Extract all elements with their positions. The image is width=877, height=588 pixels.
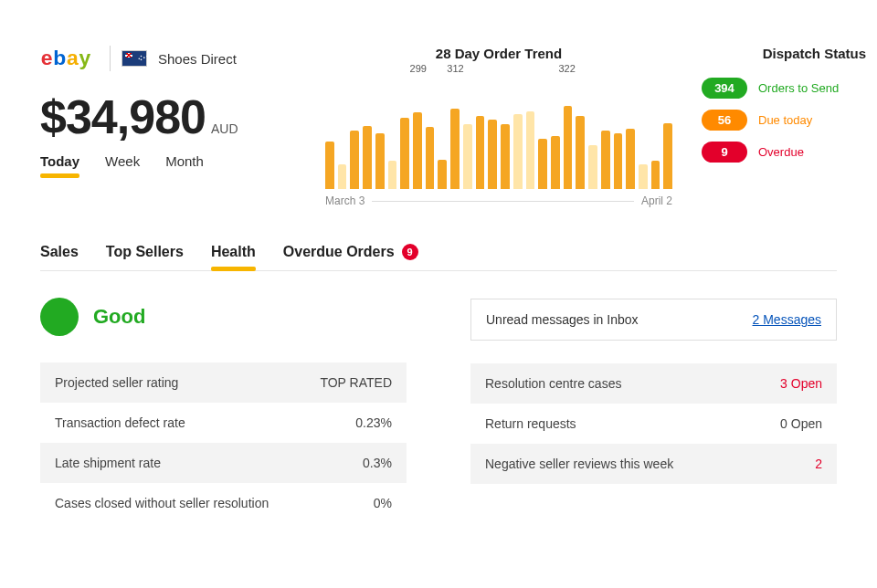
- chart-title: 28 Day Order Trend: [325, 46, 672, 61]
- chart-bar-label: 299: [410, 63, 427, 74]
- metric-label: Negative seller reviews this week: [485, 457, 673, 471]
- chart-axis-line: [372, 201, 634, 202]
- tab-top-sellers[interactable]: Top Sellers: [106, 244, 184, 270]
- metric-row: Return requests0 Open: [470, 404, 837, 444]
- chart-bar: [338, 164, 347, 189]
- tab-label: Overdue Orders: [283, 244, 395, 260]
- dispatch-row-label: Orders to Send: [758, 81, 839, 95]
- chart-bar: [438, 160, 447, 189]
- chart-bar: [426, 127, 435, 189]
- tab-label: Sales: [40, 244, 79, 259]
- metric-row: Projected seller ratingTOP RATED: [40, 362, 407, 403]
- dispatch-row-orange[interactable]: 56Due today: [702, 110, 866, 131]
- main-tabs: SalesTop SellersHealthOverdue Orders9: [40, 244, 837, 271]
- chart-bar: [526, 111, 535, 189]
- svg-text:y: y: [79, 47, 90, 69]
- metric-value: 3 Open: [780, 376, 822, 391]
- metric-row: Transaction defect rate0.23%: [40, 403, 407, 443]
- order-trend-chart: [325, 101, 672, 189]
- chart-x-end: April 2: [641, 194, 672, 207]
- tab-sales[interactable]: Sales: [40, 244, 79, 270]
- chart-bar: [538, 139, 547, 189]
- dispatch-row-green[interactable]: 394Orders to Send: [702, 78, 866, 99]
- dispatch-count-badge: 9: [702, 142, 747, 163]
- brand-separator: [110, 46, 111, 71]
- period-tab-week[interactable]: Week: [105, 153, 140, 176]
- chart-bar: [375, 133, 385, 189]
- tab-overdue-orders[interactable]: Overdue Orders9: [283, 244, 418, 270]
- metric-label: Transaction defect rate: [55, 415, 185, 430]
- chart-bar: [576, 116, 585, 189]
- store-name: Shoes Direct: [158, 51, 237, 67]
- chart-x-start: March 3: [325, 194, 365, 207]
- sales-currency: AUD: [211, 121, 238, 136]
- chart-bar: [626, 129, 635, 189]
- metric-value: 0 Open: [780, 416, 822, 431]
- metric-label: Cases closed without seller resolution: [55, 496, 269, 510]
- chart-bar: [614, 133, 623, 189]
- chart-bar: [601, 131, 610, 189]
- chart-bar: [325, 142, 334, 189]
- chart-bar: [350, 131, 359, 189]
- metric-value: TOP RATED: [320, 375, 392, 390]
- tab-label: Health: [211, 244, 256, 259]
- health-status-icon: [40, 298, 79, 336]
- flag-au-icon: [122, 50, 147, 67]
- chart-bar: [488, 120, 497, 189]
- inbox-messages-link[interactable]: 2 Messages: [753, 312, 821, 327]
- chart-bar: [651, 161, 660, 189]
- period-tab-month[interactable]: Month: [165, 153, 204, 176]
- chart-bar: [663, 123, 672, 189]
- chart-bar: [413, 112, 422, 189]
- chart-bar: [564, 106, 573, 189]
- tab-label: Top Sellers: [106, 244, 184, 259]
- metric-row: Cases closed without seller resolution0%: [40, 483, 407, 523]
- overdue-badge: 9: [402, 244, 418, 260]
- chart-bar: [363, 126, 372, 189]
- metric-value: 0%: [374, 496, 392, 510]
- chart-bar: [463, 124, 472, 189]
- period-tabs: TodayWeekMonth: [40, 153, 296, 176]
- sales-amount: $34,980: [40, 89, 206, 144]
- metric-label: Return requests: [485, 416, 576, 431]
- svg-text:e: e: [41, 47, 53, 69]
- metric-row: Late shipment rate0.3%: [40, 443, 407, 483]
- metric-row: Resolution centre cases3 Open: [470, 363, 837, 404]
- ebay-logo-icon: e b a y: [40, 47, 99, 70]
- chart-bar: [639, 164, 648, 189]
- svg-text:b: b: [53, 47, 66, 69]
- metric-row: Negative seller reviews this week2: [470, 444, 837, 484]
- metric-value: 0.3%: [363, 456, 392, 470]
- chart-bar: [501, 124, 510, 189]
- metric-label: Projected seller rating: [55, 375, 178, 390]
- period-tab-today[interactable]: Today: [40, 153, 79, 176]
- inbox-notice: Unread messages in Inbox 2 Messages: [470, 299, 837, 341]
- chart-bar: [476, 116, 485, 189]
- chart-bar: [450, 109, 460, 189]
- dispatch-row-red[interactable]: 9Overdue: [702, 142, 866, 163]
- metric-value: 0.23%: [355, 415, 392, 430]
- chart-bar: [400, 118, 409, 189]
- health-status-label: Good: [93, 305, 145, 329]
- metric-label: Resolution centre cases: [485, 376, 621, 391]
- dispatch-row-label: Overdue: [758, 145, 804, 159]
- dispatch-count-badge: 394: [702, 78, 747, 99]
- dispatch-row-label: Due today: [758, 113, 812, 127]
- chart-bar: [588, 145, 597, 189]
- chart-bar: [513, 114, 523, 189]
- dispatch-count-badge: 56: [702, 110, 747, 131]
- dispatch-title: Dispatch Status: [702, 46, 866, 61]
- svg-text:a: a: [67, 47, 79, 69]
- chart-bar-label: 312: [447, 63, 463, 74]
- metric-label: Late shipment rate: [55, 456, 161, 470]
- metric-value: 2: [815, 457, 822, 471]
- chart-bar: [551, 136, 560, 189]
- tab-health[interactable]: Health: [211, 244, 256, 270]
- inbox-notice-label: Unread messages in Inbox: [486, 312, 639, 327]
- chart-bar-label: 322: [558, 63, 575, 74]
- chart-bar: [388, 161, 397, 189]
